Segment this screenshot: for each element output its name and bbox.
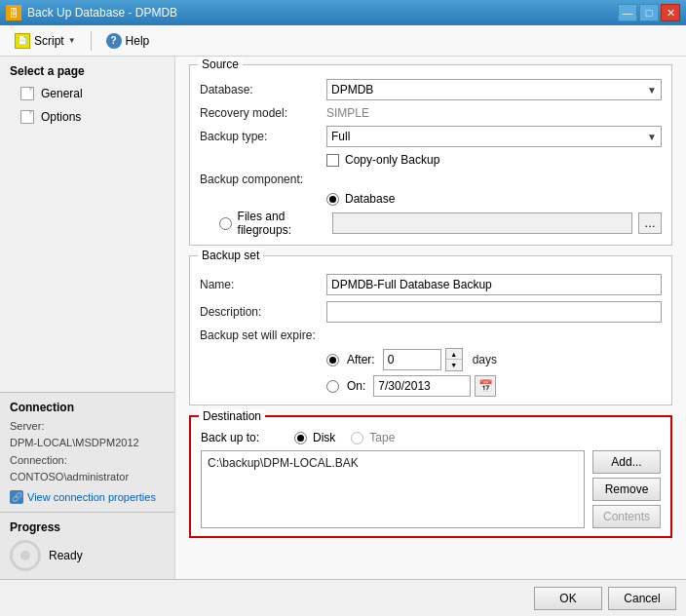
link-icon: 🔗 bbox=[10, 490, 23, 504]
destination-buttons: Add... Remove Contents bbox=[592, 450, 661, 528]
backup-type-label: Backup type: bbox=[200, 130, 326, 143]
database-label: Database: bbox=[200, 83, 326, 96]
on-label: On: bbox=[347, 379, 365, 393]
component-files-label: Files and filegroups: bbox=[238, 210, 326, 237]
database-select-arrow: ▼ bbox=[647, 85, 657, 96]
after-radio[interactable] bbox=[326, 354, 339, 366]
help-button[interactable]: ? Help bbox=[99, 30, 157, 52]
copy-only-checkbox[interactable] bbox=[326, 154, 339, 167]
remove-button[interactable]: Remove bbox=[592, 478, 661, 501]
destination-path: C:\backup\DPM-LOCAL.BAK bbox=[206, 455, 580, 471]
files-input[interactable] bbox=[332, 212, 632, 234]
script-label: Script bbox=[34, 34, 64, 48]
contents-button[interactable]: Contents bbox=[592, 505, 661, 528]
description-label: Description: bbox=[200, 305, 326, 319]
date-input[interactable] bbox=[373, 375, 471, 397]
backup-to-label: Back up to: bbox=[201, 431, 279, 444]
view-connection-link[interactable]: 🔗 View connection properties bbox=[10, 490, 165, 504]
source-label: Source bbox=[198, 58, 243, 71]
description-input[interactable] bbox=[326, 301, 662, 323]
window-body: 📄 Script ▼ ? Help Select a page General bbox=[0, 25, 686, 616]
component-files-row: Files and filegroups: … bbox=[200, 210, 662, 237]
script-dropdown-arrow: ▼ bbox=[68, 36, 76, 45]
sidebar-item-general[interactable]: General bbox=[0, 82, 174, 105]
connection-section: Connection Server: DPM-LOCAL\MSDPM2012 C… bbox=[0, 392, 174, 512]
name-input[interactable] bbox=[326, 274, 662, 295]
database-control: DPMDB ▼ bbox=[326, 79, 662, 100]
main-form: Source Database: DPMDB ▼ bbox=[175, 57, 686, 579]
sidebar-header: Select a page bbox=[0, 57, 174, 82]
expire-label: Backup set will expire: bbox=[200, 328, 326, 342]
sidebar-general-label: General bbox=[41, 87, 83, 100]
name-label: Name: bbox=[200, 278, 326, 291]
options-icon bbox=[19, 109, 35, 125]
tape-radio[interactable] bbox=[351, 432, 363, 444]
maximize-button[interactable]: □ bbox=[639, 4, 659, 21]
link-label: View connection properties bbox=[27, 491, 156, 503]
tape-label: Tape bbox=[369, 431, 395, 444]
minimize-button[interactable]: — bbox=[618, 4, 637, 21]
script-button[interactable]: 📄 Script ▼ bbox=[8, 30, 83, 52]
after-up-btn[interactable]: ▲ bbox=[446, 349, 462, 360]
add-button[interactable]: Add... bbox=[592, 450, 661, 474]
content-area: Select a page General Options Connection bbox=[0, 57, 686, 579]
copy-only-label: Copy-only Backup bbox=[345, 153, 439, 167]
database-value: DPMDB bbox=[331, 83, 373, 96]
connection-title: Connection bbox=[10, 401, 165, 414]
close-button[interactable]: ✕ bbox=[661, 4, 680, 21]
recovery-model-label: Recovery model: bbox=[200, 106, 326, 120]
browse-button[interactable]: … bbox=[638, 212, 662, 234]
backup-set-section: Backup set Name: Description: bbox=[189, 255, 672, 405]
destination-list: C:\backup\DPM-LOCAL.BAK bbox=[201, 450, 585, 528]
backup-component-row: Backup component: bbox=[200, 173, 662, 186]
progress-title: Progress bbox=[10, 520, 165, 534]
backup-type-select[interactable]: Full ▼ bbox=[326, 126, 662, 147]
component-files-radio[interactable] bbox=[219, 217, 232, 230]
progress-section: Progress Ready bbox=[0, 512, 174, 579]
connection-label: Connection: bbox=[10, 454, 67, 466]
help-icon: ? bbox=[106, 33, 122, 49]
sidebar-options-label: Options bbox=[41, 110, 81, 124]
backup-component-label: Backup component: bbox=[200, 173, 326, 186]
server-value: DPM-LOCAL\MSDPM2012 bbox=[10, 437, 139, 448]
general-icon bbox=[19, 86, 35, 101]
connection-value: CONTOSO\administrator bbox=[10, 471, 129, 482]
backup-type-arrow: ▼ bbox=[647, 132, 657, 142]
after-row: After: ▲ ▼ days bbox=[200, 348, 662, 371]
component-db-option: Database bbox=[200, 192, 662, 206]
cancel-button[interactable]: Cancel bbox=[608, 587, 676, 610]
sidebar: Select a page General Options Connection bbox=[0, 57, 175, 579]
component-db-label: Database bbox=[345, 192, 395, 206]
name-row: Name: bbox=[200, 274, 662, 295]
script-icon: 📄 bbox=[15, 33, 30, 49]
calendar-button[interactable]: 📅 bbox=[475, 375, 496, 397]
ok-button[interactable]: OK bbox=[534, 587, 602, 610]
days-label: days bbox=[473, 353, 497, 366]
source-section: Source Database: DPMDB ▼ bbox=[189, 64, 672, 246]
server-label: Server: bbox=[10, 420, 44, 432]
copy-only-row: Copy-only Backup bbox=[200, 153, 662, 167]
sidebar-item-options[interactable]: Options bbox=[0, 105, 174, 129]
component-db-radio[interactable] bbox=[326, 193, 339, 206]
progress-status: Ready bbox=[49, 549, 83, 562]
recovery-model-value: SIMPLE bbox=[326, 104, 369, 122]
database-select[interactable]: DPMDB ▼ bbox=[326, 79, 662, 100]
toolbar-separator bbox=[91, 31, 92, 51]
description-row: Description: bbox=[200, 301, 662, 323]
recovery-model-row: Recovery model: SIMPLE bbox=[200, 106, 662, 120]
window-icon: 🗄 bbox=[6, 5, 21, 20]
destination-section: Destination Back up to: Disk Tape bbox=[189, 415, 672, 538]
destination-list-area: C:\backup\DPM-LOCAL.BAK Add... Remove Co… bbox=[201, 450, 661, 528]
on-radio[interactable] bbox=[326, 380, 339, 393]
disk-radio[interactable] bbox=[294, 432, 307, 444]
after-down-btn[interactable]: ▼ bbox=[446, 360, 462, 370]
database-row: Database: DPMDB ▼ bbox=[200, 79, 662, 100]
after-input[interactable] bbox=[383, 349, 441, 370]
disk-label: Disk bbox=[313, 431, 335, 444]
window-title: Back Up Database - DPMDB bbox=[27, 6, 177, 19]
progress-spinner bbox=[10, 540, 41, 571]
bottom-bar: OK Cancel bbox=[0, 579, 686, 616]
backup-type-row: Backup type: Full ▼ bbox=[200, 126, 662, 147]
destination-label: Destination bbox=[199, 409, 265, 423]
after-label: After: bbox=[347, 353, 375, 366]
